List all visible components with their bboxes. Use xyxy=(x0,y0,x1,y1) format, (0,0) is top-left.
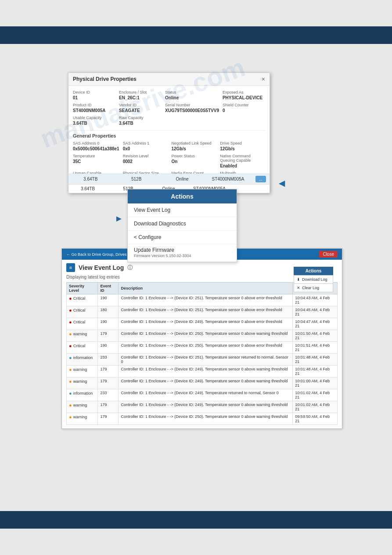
dialog-close-button[interactable]: × xyxy=(262,76,265,83)
event-table: Severity Level Event ID Description Time… xyxy=(66,282,338,425)
cell-severity: ● Critical xyxy=(67,306,98,318)
top-banner xyxy=(0,26,392,44)
cell-time-date: 10:04:47 AM, 4 Feb 21 xyxy=(293,318,338,330)
severity-dot: ● xyxy=(69,367,72,372)
table-row: ● warning 179 Controller ID: 1 Enclosure… xyxy=(67,401,338,413)
severity-dot: ● xyxy=(69,391,72,396)
cell-event-id: 233 xyxy=(98,389,119,401)
row-capacity: 3.64TB xyxy=(72,177,109,181)
dialog-table-row: 3.64TB 512B Online ST4000NM005A ... ◄ xyxy=(68,174,270,184)
cell-event-id: 179 xyxy=(98,413,119,425)
cell-description: Controller ID: 1 Enclosure - -> (Device … xyxy=(119,318,293,330)
event-log-icon: ≡ xyxy=(66,263,75,272)
cell-description: Controller ID: 1 Enclosure - -> (Device … xyxy=(119,306,293,318)
event-log-inner: ≡ View Event Log ⓘ Displaying latest log… xyxy=(62,260,342,428)
cell-description: Controller ID: 1 Enclosure - -> (Device … xyxy=(119,389,293,401)
event-actions-header: Actions xyxy=(294,267,333,275)
prop-exposed-as: Exposed As PHYSICAL-DEVICE xyxy=(223,90,265,100)
severity-dot: ● xyxy=(69,319,72,325)
cell-description: Controller ID: 1 Enclosure - -> (Device … xyxy=(119,354,293,366)
download-icon: ⬇ xyxy=(297,277,300,282)
bottom-banner xyxy=(0,511,392,529)
event-log-section: ← Go Back to Drive Group, Drives and Oth… xyxy=(61,248,342,429)
table-row: ● Critical 190 Controller ID: 1 Enclosur… xyxy=(67,318,338,330)
cell-event-id: 190 xyxy=(98,342,119,354)
cell-description: Controller ID: 1 Enclosure - -> (Device … xyxy=(119,366,293,377)
cell-severity: ● Critical xyxy=(67,294,98,306)
prop-device-id: Device ID 01 xyxy=(73,90,115,100)
cell-event-id: 179 xyxy=(98,330,119,342)
table-row: ● Critical 190 Controller ID: 1 Enclosur… xyxy=(67,294,338,306)
table-row: ● warning 179 Controller ID: 1 Enclosure… xyxy=(67,377,338,389)
cell-time-date: 09:59:50 AM, 4 Feb 21 xyxy=(293,413,338,425)
severity-dot: ● xyxy=(69,379,72,384)
cell-severity: ● warning xyxy=(67,401,98,413)
clear-icon: ✕ xyxy=(297,286,300,290)
cell-severity: ● warning xyxy=(67,330,98,342)
severity-dot: ● xyxy=(69,355,72,360)
properties-grid: Device ID 01 Enclosure / Slot EN_26C:1 S… xyxy=(73,90,265,126)
prop-temp: Temperature 35C xyxy=(73,154,119,168)
cell-event-id: 190 xyxy=(98,294,119,306)
row-product: ST4000NM005A xyxy=(209,177,246,181)
cell-time-date: 10:01:48 AM, 4 Feb 21 xyxy=(293,354,338,366)
action-view-event-log[interactable]: View Event Log xyxy=(128,203,237,217)
cell-event-id: 190 xyxy=(98,318,119,330)
prop-product-id: Product ID ST4000NM005A xyxy=(73,103,115,113)
cell-event-id: 233 xyxy=(98,354,119,366)
prop-sas0: SAS Address 0 0x5000c500641a388e1 xyxy=(73,141,119,151)
severity-dot: ● xyxy=(69,414,72,420)
col-severity: Severity Level xyxy=(67,283,98,294)
severity-dot: ● xyxy=(69,296,72,301)
cell-severity: ● warning xyxy=(67,377,98,389)
cell-description: Controller ID: 1 Enclosure - -> (Device … xyxy=(119,330,293,342)
cell-severity: ● warning xyxy=(67,413,98,425)
cell-time-date: 10:01:51 AM, 4 Feb 21 xyxy=(293,342,338,354)
cell-severity: ● information xyxy=(67,389,98,401)
col-description: Description xyxy=(119,283,293,294)
dialog-header: Physical Drive Properties × xyxy=(68,73,270,86)
actions-panel: Actions ► View Event Log Download Diagno… xyxy=(127,189,237,262)
table-row: ● information 233 Controller ID: 1 Enclo… xyxy=(67,354,338,366)
table-row: ● warning 179 Controller ID: 1 Enclosure… xyxy=(67,413,338,425)
action-download-diagnostics[interactable]: Download Diagnostics xyxy=(128,217,237,231)
severity-dot: ● xyxy=(69,308,72,313)
clear-log-button[interactable]: ✕ Clear Log xyxy=(294,284,333,292)
cell-time-date: 10:01:02 AM, 4 Feb 21 xyxy=(293,401,338,413)
cell-event-id: 180 xyxy=(98,306,119,318)
cell-description: Controller ID: 1 Enclosure - -> (Device … xyxy=(119,401,293,413)
actions-panel-header: Actions xyxy=(128,189,237,203)
close-button[interactable]: Close xyxy=(319,251,338,258)
general-properties-grid: SAS Address 0 0x5000c500641a388e1 SAS Ad… xyxy=(73,141,265,174)
cell-description: Controller ID: 1 Enclosure - -> (Device … xyxy=(119,413,293,425)
col-event-id: Event ID xyxy=(98,283,119,294)
cell-severity: ● warning xyxy=(67,366,98,377)
severity-dot: ● xyxy=(69,403,72,408)
dialog-body: Device ID 01 Enclosure / Slot EN_26C:1 S… xyxy=(68,86,270,174)
table-row: ● Critical 180 Controller ID: 1 Enclosur… xyxy=(67,306,338,318)
event-actions-sidebar: Actions ⬇ Download Log ✕ Clear Log xyxy=(294,267,333,292)
cell-severity: ● Critical xyxy=(67,342,98,354)
action-update-firmware[interactable]: Update Firmware Firmware Version 5.150.0… xyxy=(128,244,237,262)
severity-dot: ● xyxy=(69,331,72,337)
action-configure[interactable]: < Configure xyxy=(128,231,237,244)
row-sector: 512B xyxy=(118,177,155,181)
cell-time-date: 10:01:00 AM, 4 Feb 21 xyxy=(293,377,338,389)
cell-description: Controller ID: 1 Enclosure - -> (Device … xyxy=(119,342,293,354)
download-log-button[interactable]: ⬇ Download Log xyxy=(294,275,333,284)
prop-drive-speed: Drive Speed 12Gb/s xyxy=(220,141,265,151)
cell-event-id: 179 xyxy=(98,366,119,377)
cell-time-date: 10:04:45 AM, 4 Feb 21 xyxy=(293,306,338,318)
cell-description: Controller ID: 1 Enclosure - -> (Device … xyxy=(119,294,293,306)
cell-time-date: 10:01:02 AM, 4 Feb 21 xyxy=(293,389,338,401)
prop-raw: Raw Capacity 3.64TB xyxy=(119,116,162,126)
prop-revision: Revision Level 0002 xyxy=(123,154,168,168)
prop-status: Status Online xyxy=(165,90,219,100)
general-props-title: General Properties xyxy=(73,130,265,138)
row-info-button[interactable]: ... xyxy=(255,176,266,182)
prop-usable: Usable Capacity 3.64TB xyxy=(73,116,115,126)
prop-vendor-id: Vendor ID SEAGATE xyxy=(119,103,162,113)
prop-sas1: SAS Address 1 0x0 xyxy=(123,141,168,151)
prop-link-speed: Negotiated Link Speed 12Gb/s xyxy=(171,141,216,151)
table-row: ● information 233 Controller ID: 1 Enclo… xyxy=(67,389,338,401)
